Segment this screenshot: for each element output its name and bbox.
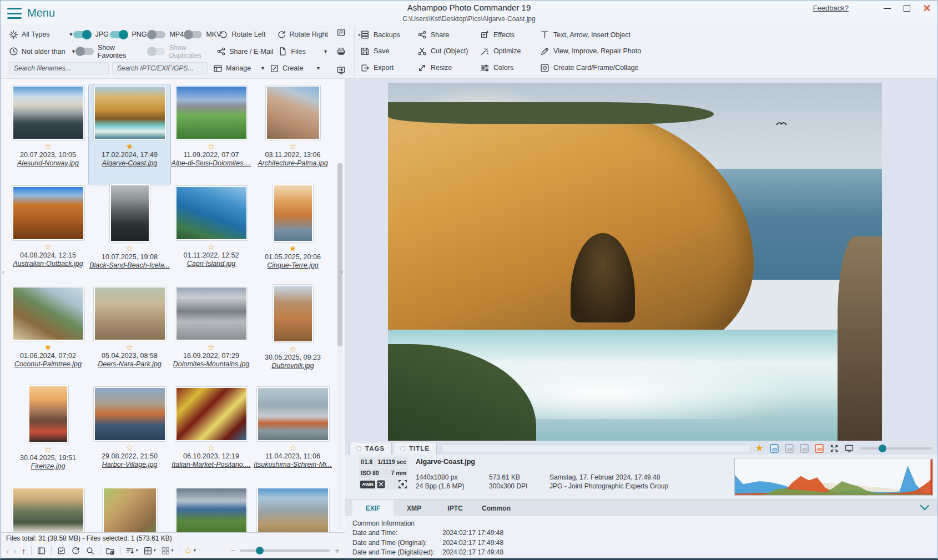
- fullscreen-icon[interactable]: [830, 444, 839, 453]
- show-favorites-toggle[interactable]: Show Favorites: [76, 44, 145, 59]
- collapse-panel-chevron-icon[interactable]: [920, 504, 930, 512]
- thumbnail-size-button[interactable]: ▾: [161, 546, 174, 556]
- nav-forward-button[interactable]: ›: [14, 547, 17, 555]
- add-folder-icon[interactable]: [105, 546, 115, 556]
- thumbnail-cell[interactable]: [7, 486, 89, 532]
- thumbnail-cell[interactable]: ★ 01.06.2024, 07:02 Coconut-Palmtree.jpg: [7, 285, 89, 386]
- preview-zoom-slider[interactable]: [860, 447, 932, 450]
- thumbnail-image[interactable]: [175, 186, 248, 240]
- thumbnail-filename[interactable]: Harbor-Village.jpg: [102, 461, 158, 469]
- thumbnail-image[interactable]: [28, 385, 68, 443]
- panel-layout-toggle[interactable]: [37, 546, 46, 556]
- select-all-checkbox-button[interactable]: [57, 546, 66, 556]
- tab-title[interactable]: TITLE: [393, 442, 437, 455]
- folder-up-button[interactable]: ↑: [22, 547, 26, 555]
- view-improve-repair-button[interactable]: View, Improve, Repair Photo: [540, 47, 937, 56]
- thumbnail-cell[interactable]: ☆ 04.08.2024, 12:15 Australian-Outback.j…: [7, 185, 89, 285]
- resize-button[interactable]: Resize: [417, 63, 476, 73]
- thumbnail-cell[interactable]: ☆ 11.09.2022, 07:07 Alpe-di-Siusi-Dolomi…: [170, 84, 252, 185]
- thumbnail-filename[interactable]: Architecture-Palma.jpg: [258, 159, 327, 168]
- preview-photo[interactable]: [388, 83, 882, 441]
- thumbnail-image[interactable]: [12, 286, 84, 341]
- fit-mode-4-icon[interactable]: [815, 444, 824, 453]
- save-button[interactable]: Save: [360, 47, 413, 56]
- thumbnail-filename[interactable]: Cinque-Terre.jpg: [267, 261, 319, 270]
- favorite-star-icon[interactable]: ☆: [208, 342, 215, 352]
- thumbnail-zoom-slider-knob[interactable]: [256, 547, 264, 554]
- thumbnail-cell[interactable]: ☆ 29.08.2022, 21:50 Harbor-Village.jpg: [89, 386, 170, 486]
- thumbnail-image[interactable]: [266, 85, 320, 140]
- thumbnail-image[interactable]: [273, 184, 313, 242]
- thumbnail-image[interactable]: [103, 487, 157, 532]
- create-card-collage-button[interactable]: Create Card/Frame/Collage: [540, 63, 937, 73]
- thumbnail-filename[interactable]: Italian-Market-Positano....: [172, 461, 250, 469]
- backups-button[interactable]: Backups: [360, 30, 413, 39]
- rotate-right-button[interactable]: Rotate Right: [277, 30, 328, 39]
- thumbnail-cell[interactable]: ☆ 10.07.2025, 19:08 Black-Sand-Beach-Ice…: [89, 185, 170, 285]
- favorite-star-icon[interactable]: ★: [755, 443, 764, 453]
- files-menu-button[interactable]: Files ▼: [278, 47, 328, 56]
- printer-icon[interactable]: [336, 47, 346, 56]
- favorite-star-icon[interactable]: ☆: [208, 242, 215, 251]
- thumbnail-cell[interactable]: ☆ 20.07.2023, 10:05 Alesund-Norway.jpg: [7, 84, 89, 185]
- rating-filter-button[interactable]: ☆▾: [184, 546, 196, 556]
- thumbnail-cell[interactable]: ☆ 11.04.2023, 11:06 Itsukushima-Schrein-…: [252, 386, 334, 486]
- favorite-star-icon[interactable]: ★: [126, 142, 133, 151]
- thumbnail-image[interactable]: [273, 285, 313, 342]
- favorite-star-icon[interactable]: ☆: [289, 344, 296, 354]
- thumbnail-cell[interactable]: ☆ 06.10.2023, 12:19 Italian-Market-Posit…: [170, 386, 252, 486]
- thumbnail-image[interactable]: [175, 487, 248, 532]
- thumbnail-cell[interactable]: [89, 486, 170, 532]
- rotate-left-button[interactable]: Rotate Left: [219, 30, 269, 39]
- effects-button[interactable]: Effects: [480, 30, 536, 39]
- thumbnail-filename[interactable]: Capri-Island.jpg: [187, 260, 236, 268]
- share-button[interactable]: Share: [417, 30, 476, 39]
- favorite-star-icon[interactable]: ☆: [289, 443, 296, 452]
- favorite-star-icon[interactable]: ☆: [44, 445, 52, 454]
- thumbnail-filename[interactable]: Australian-Outback.jpg: [13, 260, 83, 268]
- favorite-star-icon[interactable]: ☆: [44, 242, 52, 251]
- thumbnail-filename[interactable]: Dubrovnik.jpg: [271, 362, 314, 370]
- fit-mode-3-icon[interactable]: [800, 444, 809, 453]
- thumbnail-filename[interactable]: Firenze.jpg: [31, 462, 65, 471]
- thumbnail-image[interactable]: [175, 85, 248, 140]
- minimize-button[interactable]: [881, 3, 893, 14]
- thumbnail-cell[interactable]: ☆ 30.05.2025, 09:23 Dubrovnik.jpg: [252, 285, 334, 386]
- nav-back-button[interactable]: ‹: [6, 547, 9, 555]
- thumbnail-image[interactable]: [12, 186, 84, 240]
- thumbnail-image[interactable]: [110, 184, 150, 242]
- close-button[interactable]: ✕: [921, 3, 933, 14]
- favorite-star-icon[interactable]: ☆: [289, 142, 296, 151]
- thumbnail-image[interactable]: [257, 387, 329, 441]
- metadata-tab-xmp[interactable]: XMP: [394, 500, 435, 516]
- thumbnail-cell[interactable]: ★ 17.02.2024, 17:49 Algarve-Coast.jpg: [89, 84, 170, 185]
- thumbnail-cell[interactable]: ☆ 16.09.2022, 07:29 Dolomites-Mountains.…: [170, 285, 252, 386]
- browser-panel-collapse-handle[interactable]: ›: [339, 263, 345, 280]
- export-button[interactable]: Export: [360, 63, 413, 73]
- photo-preview-area[interactable]: [345, 79, 937, 441]
- filter-toggle-jpg[interactable]: JPG: [73, 31, 107, 38]
- view-mode-button[interactable]: ▾: [143, 546, 156, 556]
- feedback-link[interactable]: Feedback?: [813, 4, 849, 12]
- filter-toggle-png[interactable]: PNG: [110, 31, 144, 38]
- thumbnail-zoom-slider[interactable]: [240, 549, 331, 552]
- thumbnail-image[interactable]: [94, 286, 166, 341]
- thumbnail-cell[interactable]: ★ 01.05.2025, 20:06 Cinque-Terre.jpg: [252, 185, 334, 285]
- thumbnail-cell[interactable]: ☆ 03.11.2022, 13:06 Architecture-Palma.j…: [252, 84, 334, 185]
- thumbnail-image[interactable]: [12, 487, 84, 532]
- thumbnail-image[interactable]: [94, 387, 166, 441]
- thumbnail-image[interactable]: [94, 85, 166, 140]
- favorite-star-icon[interactable]: ☆: [126, 342, 133, 352]
- thumbnail-filename[interactable]: Dolomites-Mountains.jpg: [173, 360, 250, 369]
- optimize-button[interactable]: Optimize: [480, 47, 536, 56]
- thumbnail-filename[interactable]: Coconut-Palmtree.jpg: [14, 360, 82, 369]
- slideshow-monitor-icon[interactable]: [336, 65, 346, 75]
- text-arrow-insert-button[interactable]: Text, Arrow, Insert Object: [540, 30, 937, 39]
- preview-zoom-slider-knob[interactable]: [879, 445, 886, 452]
- thumbnail-cell[interactable]: [170, 486, 252, 532]
- search-icon[interactable]: [85, 546, 95, 556]
- manage-menu-button[interactable]: Manage ▼: [213, 64, 265, 73]
- thumbnail-filename[interactable]: Alpe-di-Siusi-Dolomites....: [172, 159, 251, 168]
- search-metadata-input[interactable]: [112, 62, 208, 74]
- thumbnail-cell[interactable]: [252, 486, 334, 532]
